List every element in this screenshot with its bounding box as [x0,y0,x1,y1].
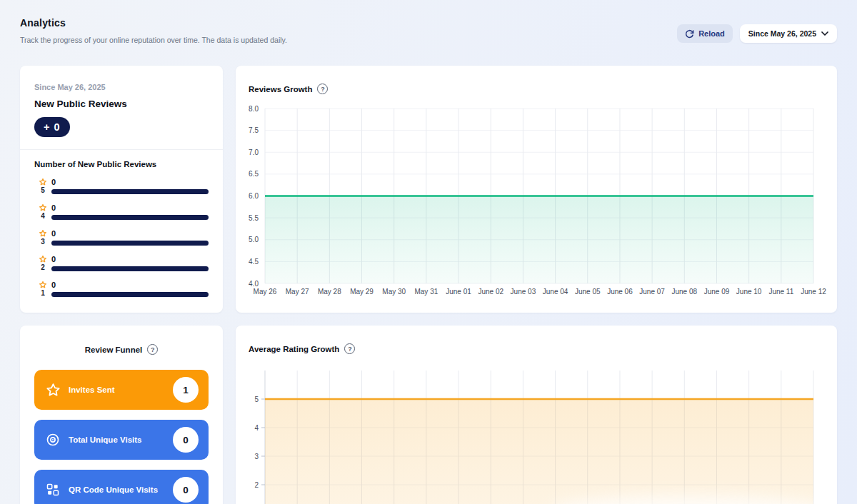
svg-text:8.0: 8.0 [249,105,259,113]
header-controls: Reload Since May 26, 2025 [677,24,837,44]
star-rating-label: 2 [41,263,45,272]
funnel-item-count: 0 [173,427,199,453]
svg-text:June 05: June 05 [575,288,601,296]
review-bar [51,266,209,271]
star-rating-label: 3 [41,238,45,246]
bar-col: 0 [51,281,209,299]
star-icon [39,229,47,238]
svg-text:3: 3 [254,453,259,460]
funnel-item-count: 1 [173,377,199,403]
reload-label: Reload [698,29,725,38]
since-date-label: Since May 26, 2025 [34,83,209,91]
funnel-item-label: QR Code Unique Visits [69,485,158,494]
analytics-page: Analytics Track the progress of your onl… [0,0,857,504]
right-column: Reviews Growth ? 8.07.57.06.56.05.55.04.… [236,66,837,504]
star-col: 1 [34,281,51,299]
svg-text:5.5: 5.5 [249,214,259,222]
new-reviews-badge: + 0 [34,117,70,137]
review-funnel-card: Review Funnel ? Invites Sent1Total Uniqu… [20,326,223,504]
chevron-down-icon [821,31,828,36]
svg-text:June 12: June 12 [801,288,826,296]
rating-row: 20 [34,255,209,273]
breakdown-title: Number of New Public Reviews [34,160,209,168]
star-col: 4 [34,203,51,222]
svg-text:June 04: June 04 [543,288,568,296]
svg-text:May 30: May 30 [382,288,406,296]
eye-icon [44,432,61,448]
svg-text:6.0: 6.0 [249,192,259,200]
svg-text:May 29: May 29 [350,288,374,296]
svg-text:4: 4 [254,424,259,432]
funnel-item-total-unique-visits[interactable]: Total Unique Visits0 [34,420,209,460]
rating-row: 30 [34,229,209,248]
rating-row: 50 [34,178,209,196]
review-bar [51,241,209,246]
rating-row: 40 [34,203,209,222]
reviews-breakdown: Number of New Public Reviews 5040302010 [20,150,223,299]
reviews-growth-chart: 8.07.57.06.56.05.55.04.54.0May 26May 27M… [236,66,837,313]
star-col: 3 [34,229,51,248]
review-count: 0 [51,203,209,212]
funnel-title: Review Funnel [85,346,143,354]
date-filter-value: Since May 26, 2025 [748,29,816,38]
svg-text:May 31: May 31 [414,288,438,296]
bar-col: 0 [51,203,209,222]
star-rows: 5040302010 [34,178,209,299]
bar-col: 0 [51,255,209,273]
svg-text:May 28: May 28 [318,288,341,296]
bar-col: 0 [51,178,209,196]
svg-text:6.5: 6.5 [249,170,259,178]
svg-text:5: 5 [254,395,259,403]
star-icon [39,281,47,289]
funnel-item-invites-sent[interactable]: Invites Sent1 [34,370,209,410]
svg-text:5.0: 5.0 [249,236,259,243]
rating-row: 10 [34,281,209,299]
page-header: Analytics Track the progress of your onl… [0,0,857,44]
qr-code-icon [44,483,61,497]
review-count: 0 [51,255,209,263]
svg-text:June 01: June 01 [446,288,471,296]
review-bar [51,215,209,220]
funnel-items: Invites Sent1Total Unique Visits0QR Code… [34,370,209,504]
funnel-item-count: 0 [173,477,199,503]
average-rating-header: Average Rating Growth ? [249,343,355,354]
svg-text:June 03: June 03 [511,288,536,296]
help-icon[interactable]: ? [147,344,158,355]
reload-icon [685,29,694,39]
reviews-growth-card: Reviews Growth ? 8.07.57.06.56.05.55.04.… [236,66,837,313]
reviews-growth-header: Reviews Growth ? [249,84,328,94]
star-rating-label: 5 [41,186,45,195]
star-rating-label: 4 [41,212,45,221]
average-rating-title: Average Rating Growth [249,345,339,353]
star-icon [39,203,47,212]
star-icon [39,178,47,186]
average-rating-card: Average Rating Growth ? 5432 [236,326,837,504]
date-filter-dropdown[interactable]: Since May 26, 2025 [740,24,837,43]
review-bar [51,189,209,194]
svg-text:May 27: May 27 [286,288,309,296]
svg-text:4.0: 4.0 [249,280,259,288]
svg-text:2: 2 [254,481,259,489]
star-icon [44,382,61,398]
reload-button[interactable]: Reload [677,24,733,43]
bar-col: 0 [51,229,209,248]
help-icon[interactable]: ? [317,84,328,94]
page-title: Analytics [20,17,287,29]
svg-text:June 07: June 07 [639,288,665,296]
review-bar [51,292,209,297]
svg-text:June 10: June 10 [736,288,762,296]
star-col: 2 [34,255,51,273]
reviews-growth-title: Reviews Growth [249,85,312,94]
svg-text:June 08: June 08 [671,288,697,296]
svg-text:May 26: May 26 [254,288,277,296]
svg-text:June 06: June 06 [607,288,633,296]
help-icon[interactable]: ? [344,343,355,354]
funnel-item-label: Invites Sent [69,385,115,394]
new-reviews-head: Since May 26, 2025 New Public Reviews + … [20,66,223,137]
svg-text:June 11: June 11 [768,288,793,296]
star-col: 5 [34,178,51,196]
review-count: 0 [51,281,209,289]
svg-text:June 02: June 02 [478,288,503,296]
header-text: Analytics Track the progress of your onl… [20,16,287,44]
funnel-item-qr-code-unique-visits[interactable]: QR Code Unique Visits0 [34,470,209,504]
